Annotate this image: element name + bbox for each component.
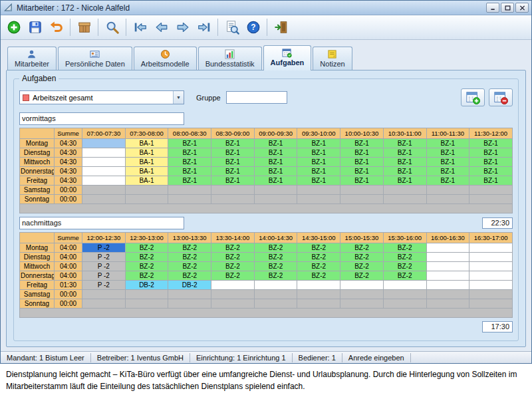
slot-cell[interactable] [426,289,469,299]
slot-cell[interactable] [125,194,168,203]
slot-cell[interactable]: BZ-1 [469,138,513,148]
slot-cell[interactable]: BZ-1 [297,148,340,157]
slot-cell[interactable] [211,194,255,203]
slot-cell[interactable]: BZ-2 [297,252,340,261]
slot-cell[interactable]: BZ-2 [297,243,340,252]
slot-cell[interactable]: BZ-1 [168,148,211,157]
slot-cell[interactable] [426,280,469,289]
maximize-button[interactable] [501,3,514,13]
slot-cell[interactable] [383,280,426,289]
tab-notizen[interactable]: Notizen [313,47,352,70]
slot-cell[interactable]: BZ-2 [125,243,168,252]
slot-cell[interactable] [426,185,469,194]
slot-cell[interactable]: BZ-1 [211,138,255,148]
slot-cell[interactable] [426,299,469,308]
slot-cell[interactable]: BZ-1 [469,176,513,185]
slot-cell[interactable]: BZ-1 [426,166,469,176]
preview-button[interactable] [221,17,242,37]
undo-button[interactable] [46,17,66,37]
slot-cell[interactable] [469,299,513,308]
slot-cell[interactable] [82,185,126,194]
slot-cell[interactable]: BZ-1 [383,176,426,185]
slot-cell[interactable]: BZ-1 [469,148,513,157]
slot-cell[interactable]: BZ-2 [168,243,211,252]
slot-cell[interactable] [125,289,168,299]
slot-cell[interactable]: BZ-1 [297,138,340,148]
slot-cell[interactable]: BZ-1 [297,157,340,166]
tab-arbeitsmodelle[interactable]: Arbeitsmodelle [134,47,197,70]
afternoon-total-input[interactable] [482,321,513,332]
slot-cell[interactable] [340,289,384,299]
remove-schedule-button[interactable] [489,88,513,106]
slot-cell[interactable]: BZ-1 [168,166,211,176]
slot-cell[interactable] [168,299,211,308]
slot-cell[interactable] [383,299,426,308]
slot-cell[interactable]: P -2 [82,243,126,252]
slot-cell[interactable]: BZ-1 [297,176,340,185]
slot-cell[interactable]: P -2 [82,280,126,289]
slot-cell[interactable] [297,280,340,289]
previous-button[interactable] [151,17,172,37]
slot-cell[interactable] [82,289,126,299]
slot-cell[interactable] [469,185,513,194]
tab-mitarbeiter[interactable]: Mitarbeiter [7,47,57,70]
slot-cell[interactable]: BZ-1 [426,157,469,166]
slot-cell[interactable]: BA-1 [125,148,168,157]
last-button[interactable] [194,17,214,37]
slot-cell[interactable]: BZ-1 [254,138,297,148]
slot-cell[interactable]: P -2 [82,252,126,261]
slot-cell[interactable]: BZ-1 [211,157,255,166]
slot-cell[interactable] [469,252,513,261]
new-button[interactable] [3,17,24,37]
close-button[interactable] [515,3,529,13]
slot-cell[interactable] [82,166,126,176]
slot-cell[interactable] [82,148,126,157]
slot-cell[interactable]: BZ-1 [254,148,297,157]
slot-cell[interactable] [426,194,469,203]
slot-cell[interactable]: BZ-2 [297,271,340,280]
slot-cell[interactable] [211,185,255,194]
slot-cell[interactable]: BZ-1 [469,157,513,166]
chevron-down-icon[interactable]: ▼ [173,91,184,104]
save-button[interactable] [25,17,45,37]
slot-cell[interactable]: BZ-2 [168,271,211,280]
slot-cell[interactable] [383,185,426,194]
slot-cell[interactable] [340,185,384,194]
slot-cell[interactable] [82,299,126,308]
slot-cell[interactable]: BA-1 [125,166,168,176]
slot-cell[interactable]: BZ-2 [125,271,168,280]
slot-cell[interactable]: BZ-1 [340,138,384,148]
slot-cell[interactable] [469,194,513,203]
slot-cell[interactable]: BZ-1 [297,166,340,176]
slot-cell[interactable] [340,299,384,308]
slot-cell[interactable]: BA-1 [125,138,168,148]
slot-cell[interactable] [211,299,255,308]
slot-cell[interactable]: P -2 [82,261,126,271]
slot-cell[interactable]: BZ-2 [168,261,211,271]
slot-cell[interactable]: BZ-2 [340,271,384,280]
slot-cell[interactable] [426,271,469,280]
next-button[interactable] [172,17,193,37]
tab-pers-nliche-daten[interactable]: Persönliche Daten [58,47,132,70]
slot-cell[interactable] [383,194,426,203]
slot-cell[interactable]: BZ-1 [383,138,426,148]
slot-cell[interactable] [297,194,340,203]
slot-cell[interactable]: BZ-2 [211,252,255,261]
slot-cell[interactable]: BZ-1 [168,176,211,185]
slot-cell[interactable]: BZ-2 [254,243,297,252]
slot-cell[interactable]: BZ-1 [254,166,297,176]
slot-cell[interactable]: BZ-2 [254,252,297,261]
slot-cell[interactable]: BZ-1 [383,166,426,176]
slot-cell[interactable]: BZ-1 [383,157,426,166]
slot-cell[interactable] [168,194,211,203]
exit-button[interactable] [271,17,291,37]
slot-cell[interactable]: BZ-2 [211,261,255,271]
slot-cell[interactable]: BZ-1 [254,176,297,185]
slot-cell[interactable]: BZ-2 [125,261,168,271]
slot-cell[interactable] [125,185,168,194]
package-button[interactable] [74,17,94,37]
slot-cell[interactable]: BZ-1 [340,176,384,185]
nachmittags-input[interactable] [19,217,184,229]
slot-cell[interactable] [211,289,255,299]
slot-cell[interactable] [297,299,340,308]
